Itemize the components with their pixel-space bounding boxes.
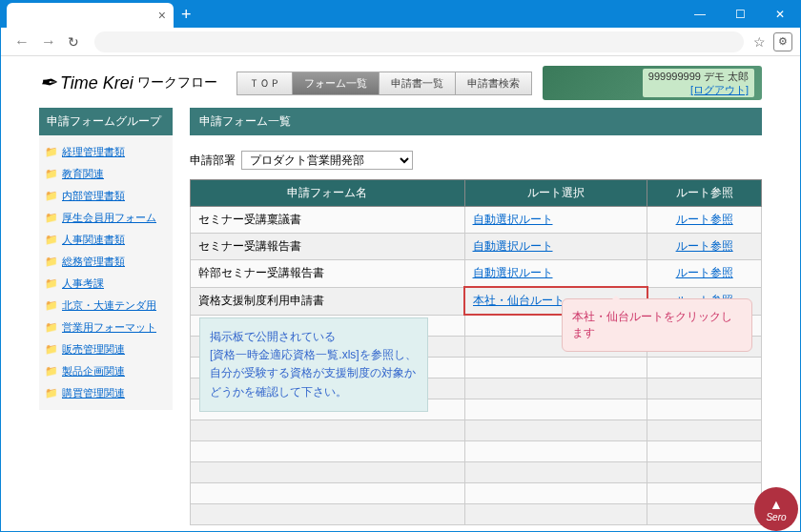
sidebar-link[interactable]: 人事考課 xyxy=(62,276,104,291)
new-tab-button[interactable]: + xyxy=(181,5,192,25)
instruction-callout: 本社・仙台ルートをクリックします xyxy=(562,298,752,352)
reload-button[interactable]: ↻ xyxy=(62,34,85,50)
col-header-route: ルート選択 xyxy=(464,180,647,207)
top-nav-item[interactable]: 申請書一覧 xyxy=(380,72,456,94)
folder-icon: 📁 xyxy=(45,365,58,378)
route-link[interactable]: 本社・仙台ルート xyxy=(473,294,565,307)
col-header-ref: ルート参照 xyxy=(647,180,762,207)
sidebar-link[interactable]: 製品企画関連 xyxy=(62,364,125,379)
folder-icon: 📁 xyxy=(45,190,58,202)
sidebar-item[interactable]: 📁販売管理関連 xyxy=(43,338,169,360)
user-banner: 999999999 デモ 太郎 [ログアウト] xyxy=(543,66,762,100)
logo-icon: ✒ xyxy=(39,71,56,95)
top-nav-item[interactable]: フォーム一覧 xyxy=(293,72,380,94)
sidebar-item[interactable]: 📁北京・大連テンダ用 xyxy=(43,295,169,317)
extension-icon[interactable]: ⚙ xyxy=(773,32,792,51)
sidebar-item[interactable]: 📁教育関連 xyxy=(43,163,169,185)
table-row: セミナー受講報告書自動選択ルートルート参照 xyxy=(191,234,762,260)
forward-button[interactable]: → xyxy=(35,33,62,51)
minimize-button[interactable]: — xyxy=(680,1,720,28)
route-link[interactable]: 自動選択ルート xyxy=(473,213,553,226)
top-nav-item[interactable]: 申請書検索 xyxy=(456,72,531,94)
sidebar-item[interactable]: 📁人事関連書類 xyxy=(43,229,169,251)
close-button[interactable]: ✕ xyxy=(760,1,800,28)
folder-icon: 📁 xyxy=(45,168,58,180)
table-row-empty xyxy=(191,461,762,482)
cell-route: 自動選択ルート xyxy=(464,234,647,260)
folder-icon: 📁 xyxy=(45,146,58,158)
sidebar-link[interactable]: 購買管理関連 xyxy=(62,386,125,400)
folder-icon: 📁 xyxy=(45,256,58,268)
main-header: 申請フォーム一覧 xyxy=(190,108,762,135)
sidebar-item[interactable]: 📁総務管理書類 xyxy=(43,251,169,273)
sidebar-link[interactable]: 営業用フォーマット xyxy=(62,320,156,335)
sidebar-link[interactable]: 人事関連書類 xyxy=(62,233,125,247)
maximize-button[interactable]: ☐ xyxy=(720,1,760,28)
sidebar-link[interactable]: 厚生会員用フォーム xyxy=(62,211,156,225)
sidebar-item[interactable]: 📁製品企画関連 xyxy=(43,360,169,382)
sidebar-item[interactable]: 📁購買管理関連 xyxy=(43,382,169,404)
logo: ✒ Time Krei ワークフロー xyxy=(39,71,217,95)
url-input[interactable] xyxy=(94,31,744,52)
cell-ref: ルート参照 xyxy=(647,260,762,288)
sidebar-header: 申請フォームグループ xyxy=(39,108,173,135)
titlebar: × + — ☐ ✕ xyxy=(1,1,800,28)
browser-tab[interactable]: × xyxy=(7,3,174,28)
sidebar-item[interactable]: 📁厚生会員用フォーム xyxy=(43,207,169,229)
sidebar-link[interactable]: 総務管理書類 xyxy=(62,255,125,269)
route-link[interactable]: 自動選択ルート xyxy=(473,239,553,253)
sidebar-link[interactable]: 内部管理書類 xyxy=(62,189,125,203)
cell-route: 自動選択ルート xyxy=(464,207,647,234)
main-area: 申請フォーム一覧 申請部署 プロダクト営業開発部 申請フォーム名 ルート選択 ル… xyxy=(190,108,762,525)
ref-link[interactable]: ルート参照 xyxy=(676,266,733,279)
table-row-empty xyxy=(191,419,762,440)
folder-icon: 📁 xyxy=(45,343,58,356)
address-bar: ← → ↻ ☆ ⚙ xyxy=(1,28,800,56)
tab-close-icon[interactable]: × xyxy=(158,8,166,23)
logo-subtitle: ワークフロー xyxy=(137,74,217,92)
cell-ref: ルート参照 xyxy=(647,234,762,260)
ref-link[interactable]: ルート参照 xyxy=(676,213,733,226)
cell-form-name: 資格支援制度利用申請書 xyxy=(191,287,465,315)
ref-link[interactable]: ルート参照 xyxy=(676,239,733,253)
table-row: セミナー受講稟議書自動選択ルートルート参照 xyxy=(191,207,762,234)
col-header-name: 申請フォーム名 xyxy=(191,180,465,207)
bookmark-icon[interactable]: ☆ xyxy=(753,34,766,50)
sidebar-link[interactable]: 経理管理書類 xyxy=(62,145,125,159)
sidebar-link[interactable]: 販売管理関連 xyxy=(62,342,125,357)
cell-ref: ルート参照 xyxy=(647,207,762,234)
table-row-empty xyxy=(191,482,762,503)
sero-badge[interactable]: Sero xyxy=(754,487,798,531)
sidebar-item[interactable]: 📁営業用フォーマット xyxy=(43,317,169,338)
logout-link[interactable]: [ログアウト] xyxy=(690,84,749,95)
sidebar-link[interactable]: 教育関連 xyxy=(62,167,104,181)
back-button[interactable]: ← xyxy=(9,33,35,51)
filter-label: 申請部署 xyxy=(190,153,236,169)
folder-icon: 📁 xyxy=(45,234,58,246)
user-id: 999999999 xyxy=(648,71,701,82)
folder-icon: 📁 xyxy=(45,387,58,399)
top-nav: ＴＯＰフォーム一覧申請書一覧申請書検索 xyxy=(236,72,532,95)
sidebar-link[interactable]: 北京・大連テンダ用 xyxy=(62,298,156,313)
folder-icon: 📁 xyxy=(45,277,58,290)
table-row-empty xyxy=(191,503,762,524)
cell-route: 自動選択ルート xyxy=(464,260,647,288)
user-name: デモ 太郎 xyxy=(704,71,749,82)
sidebar-item[interactable]: 📁人事考課 xyxy=(43,273,169,295)
folder-icon: 📁 xyxy=(45,321,58,334)
route-link[interactable]: 自動選択ルート xyxy=(473,266,553,279)
folder-icon: 📁 xyxy=(45,299,58,312)
table-row: 幹部セミナー受講報告書自動選択ルートルート参照 xyxy=(191,260,762,288)
top-nav-item[interactable]: ＴＯＰ xyxy=(237,72,293,94)
department-select[interactable]: プロダクト営業開発部 xyxy=(241,151,413,170)
sidebar-item[interactable]: 📁内部管理書類 xyxy=(43,185,169,207)
info-callout: 掲示板で公開されている[資格一時金適応資格一覧.xls]を参照し、自分が受験する… xyxy=(199,317,428,412)
sidebar: 申請フォームグループ 📁経理管理書類📁教育関連📁内部管理書類📁厚生会員用フォーム… xyxy=(39,108,173,525)
sidebar-item[interactable]: 📁経理管理書類 xyxy=(43,141,169,163)
folder-icon: 📁 xyxy=(45,212,58,224)
cell-form-name: 幹部セミナー受講報告書 xyxy=(191,260,465,288)
cell-form-name: セミナー受講稟議書 xyxy=(191,207,465,234)
table-row-empty xyxy=(191,440,762,461)
cell-form-name: セミナー受講報告書 xyxy=(191,234,465,260)
logo-brand: Time Krei xyxy=(60,73,134,93)
